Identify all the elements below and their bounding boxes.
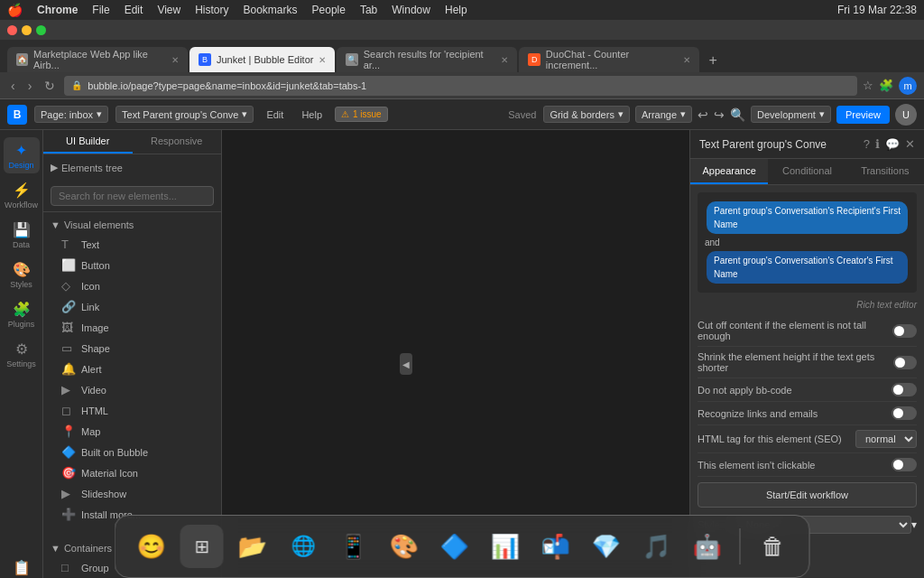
browser-tab-4[interactable]: D DuoChat - Counter increment... ✕ bbox=[519, 47, 699, 72]
sidebar-item-text[interactable]: T Text bbox=[43, 234, 221, 255]
issue-badge[interactable]: ⚠ 1 issue bbox=[335, 107, 388, 122]
nav-data[interactable]: 💾 Data bbox=[4, 217, 40, 253]
dock-sequel[interactable]: 📊 bbox=[484, 525, 527, 568]
new-tab-button[interactable]: + bbox=[701, 49, 724, 72]
dock-trash[interactable]: 🗑 bbox=[752, 525, 795, 568]
nav-plugins[interactable]: 🧩 Plugins bbox=[4, 296, 40, 332]
sidebar-item-shape[interactable]: ▭ Shape bbox=[43, 338, 221, 359]
url-bar[interactable]: 🔒 bubble.io/page?type=page&name=inbox&id… bbox=[64, 76, 857, 96]
nav-styles[interactable]: 🎨 Styles bbox=[4, 256, 40, 293]
help-button[interactable]: Help bbox=[296, 107, 328, 123]
browser-tab-3[interactable]: 🔍 Search results for 'recipient ar... ✕ bbox=[337, 47, 517, 72]
sidebar-item-image[interactable]: 🖼 Image bbox=[43, 317, 221, 338]
menu-view[interactable]: View bbox=[157, 4, 180, 16]
extensions-icon[interactable]: 🧩 bbox=[879, 79, 893, 92]
dock-sketch[interactable]: 💎 bbox=[585, 525, 628, 568]
menu-history[interactable]: History bbox=[195, 4, 228, 16]
close-window-button[interactable] bbox=[7, 25, 17, 35]
sidebar-item-built-on-bubble[interactable]: 🔷 Built on Bubble bbox=[43, 442, 221, 462]
arrange-selector[interactable]: Arrange ▾ bbox=[635, 106, 692, 123]
menu-bookmarks[interactable]: Bookmarks bbox=[244, 4, 298, 16]
tab-conditional[interactable]: Conditional bbox=[768, 159, 845, 184]
tab3-close[interactable]: ✕ bbox=[501, 55, 508, 65]
no-bbcode-toggle[interactable] bbox=[892, 383, 917, 396]
nav-design[interactable]: ✦ Design bbox=[4, 137, 40, 173]
edit-button[interactable]: Edit bbox=[261, 107, 289, 123]
menu-window[interactable]: Window bbox=[392, 4, 430, 16]
menu-help[interactable]: Help bbox=[445, 4, 467, 16]
tab4-close[interactable]: ✕ bbox=[683, 55, 690, 65]
tab-appearance[interactable]: Appearance bbox=[690, 159, 768, 184]
browser-tab-2[interactable]: B Junket | Bubble Editor ✕ bbox=[189, 47, 335, 72]
recognize-links-toggle[interactable] bbox=[892, 406, 917, 420]
info-icon[interactable]: ℹ bbox=[875, 137, 880, 151]
page-selector[interactable]: Page: inbox ▾ bbox=[34, 106, 108, 123]
grid-borders-selector[interactable]: Grid & borders ▾ bbox=[543, 106, 630, 123]
sidebar-item-video[interactable]: ▶ Video bbox=[43, 379, 221, 400]
dock-finder[interactable]: 😊 bbox=[130, 525, 173, 568]
option-not-clickable: This element isn't clickable bbox=[698, 453, 917, 477]
sidebar-item-link[interactable]: 🔗 Link bbox=[43, 296, 221, 317]
dock-music[interactable]: 🎵 bbox=[635, 525, 679, 568]
not-clickable-toggle[interactable] bbox=[892, 458, 917, 471]
maximize-window-button[interactable] bbox=[36, 25, 46, 35]
menu-file[interactable]: File bbox=[92, 4, 109, 16]
dock-xcode[interactable]: 📱 bbox=[332, 525, 375, 568]
help-icon[interactable]: ? bbox=[864, 137, 870, 151]
menu-edit[interactable]: Edit bbox=[125, 4, 143, 16]
development-selector[interactable]: Development ▾ bbox=[751, 106, 831, 123]
preview-button[interactable]: Preview bbox=[836, 106, 890, 124]
dock-ai[interactable]: 🤖 bbox=[686, 525, 729, 568]
dock-mail[interactable]: 📬 bbox=[534, 525, 578, 568]
dock-affinity[interactable]: 🔷 bbox=[433, 525, 476, 568]
dock-chrome[interactable]: 🌐 bbox=[282, 525, 325, 568]
minimize-window-button[interactable] bbox=[22, 25, 32, 35]
close-panel-icon[interactable]: ✕ bbox=[905, 137, 915, 151]
tab-responsive[interactable]: Responsive bbox=[133, 130, 222, 154]
back-button[interactable]: ‹ bbox=[7, 77, 19, 95]
map-label: Map bbox=[81, 426, 100, 437]
profile-avatar[interactable]: m bbox=[899, 77, 917, 95]
sidebar-item-slideshow[interactable]: ▶ Slideshow bbox=[43, 483, 221, 504]
dock-files[interactable]: 📂 bbox=[231, 525, 274, 568]
undo-button[interactable]: ↩ bbox=[698, 107, 708, 122]
browser-tab-1[interactable]: 🏠 Marketplace Web App like Airb... ✕ bbox=[7, 47, 188, 72]
tab-ui-builder[interactable]: UI Builder bbox=[43, 130, 133, 154]
menu-people[interactable]: People bbox=[312, 4, 346, 16]
reload-button[interactable]: ↻ bbox=[41, 77, 59, 95]
tab1-close[interactable]: ✕ bbox=[171, 55, 179, 65]
redo-button[interactable]: ↪ bbox=[714, 107, 725, 122]
elements-tree-header[interactable]: ▶ Elements tree bbox=[43, 158, 221, 177]
user-avatar[interactable]: U bbox=[895, 104, 917, 126]
search-button[interactable]: 🔍 bbox=[730, 107, 745, 122]
active-app-name[interactable]: Chrome bbox=[37, 4, 78, 16]
bookmark-icon[interactable]: ☆ bbox=[863, 79, 873, 92]
shrink-toggle[interactable] bbox=[893, 356, 917, 369]
alert-icon: 🔔 bbox=[61, 362, 76, 376]
nav-settings[interactable]: ⚙ Settings bbox=[4, 336, 40, 372]
element-search-input[interactable] bbox=[51, 186, 214, 206]
workflow-button[interactable]: Start/Edit workflow bbox=[698, 482, 917, 508]
dock-launchpad[interactable]: ⊞ bbox=[180, 525, 224, 568]
comment-icon[interactable]: 💬 bbox=[885, 137, 900, 151]
element-selector[interactable]: Text Parent group's Conve ▾ bbox=[116, 106, 254, 123]
nav-workflow[interactable]: ⚡ Workflow bbox=[4, 177, 40, 213]
sidebar-item-alert[interactable]: 🔔 Alert bbox=[43, 359, 221, 379]
sidebar-item-map[interactable]: 📍 Map bbox=[43, 421, 221, 442]
visual-elements-header[interactable]: ▼ Visual elements bbox=[43, 216, 221, 234]
sidebar-item-icon[interactable]: ◇ Icon bbox=[43, 275, 221, 296]
tab2-close[interactable]: ✕ bbox=[319, 55, 326, 65]
apple-menu-icon[interactable]: 🍎 bbox=[7, 3, 23, 17]
sidebar-item-html[interactable]: ◻ HTML bbox=[43, 400, 221, 421]
html-tag-select[interactable]: normal h1 h2 h3 p bbox=[855, 430, 917, 448]
sidebar-item-material-icon[interactable]: 🎯 Material Icon bbox=[43, 462, 221, 483]
recognize-links-label: Recognize links and emails bbox=[698, 408, 818, 419]
tab-transitions[interactable]: Transitions bbox=[846, 159, 924, 184]
sidebar-item-button[interactable]: ⬜ Button bbox=[43, 255, 221, 275]
menu-tab[interactable]: Tab bbox=[360, 4, 377, 16]
dock-photoshop[interactable]: 🎨 bbox=[383, 525, 426, 568]
cut-off-toggle[interactable] bbox=[892, 324, 917, 338]
nav-logs[interactable]: 📋 Logs bbox=[4, 555, 40, 578]
sidebar-collapse-arrow[interactable]: ◀ bbox=[400, 353, 412, 375]
forward-button[interactable]: › bbox=[24, 77, 36, 95]
